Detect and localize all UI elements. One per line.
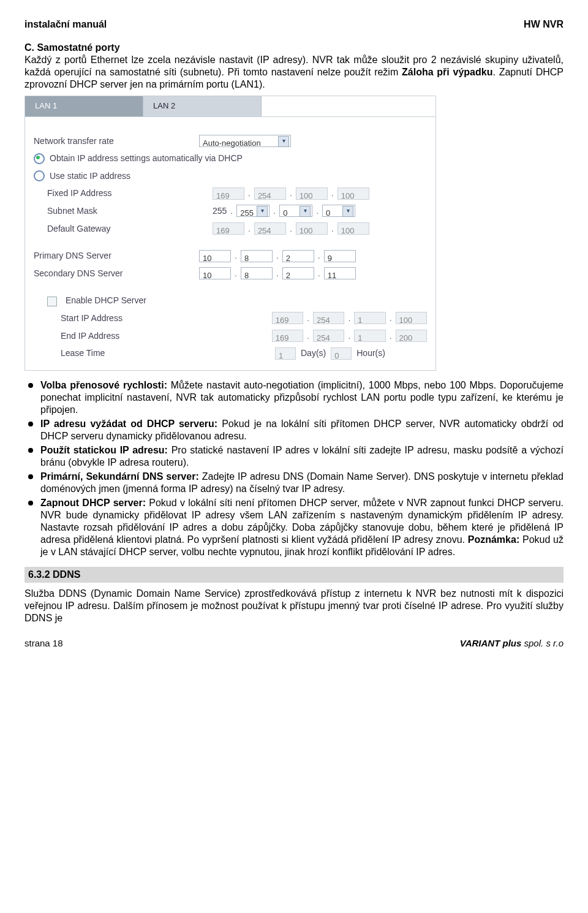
section-c-text-bold: Záloha při výpadku bbox=[402, 67, 492, 77]
chevron-down-icon: ▾ bbox=[300, 206, 311, 217]
subnet-0: 255 bbox=[213, 203, 227, 219]
start-ip-2[interactable]: 1 bbox=[354, 312, 385, 324]
tab-lan1[interactable]: LAN 1 bbox=[25, 96, 143, 116]
end-ip-1[interactable]: 254 bbox=[313, 330, 344, 342]
bullet-static-ip: Použít statickou IP adresu: Pro statické… bbox=[24, 444, 564, 469]
fixed-ip-2[interactable]: 100 bbox=[296, 188, 328, 200]
gateway-0[interactable]: 169 bbox=[213, 222, 244, 235]
gateway-label: Default Gateway bbox=[34, 221, 213, 237]
gateway-3[interactable]: 100 bbox=[337, 222, 369, 235]
bullet-dns: Primární, Sekundární DNS server: Zadejte… bbox=[24, 471, 564, 495]
start-ip-0[interactable]: 169 bbox=[272, 312, 303, 324]
fixed-ip-0[interactable]: 169 bbox=[213, 188, 244, 200]
radio-static-label: Use static IP address bbox=[50, 168, 130, 184]
section-c-title: C. Samostatné porty bbox=[24, 42, 564, 54]
end-ip-3[interactable]: 200 bbox=[396, 330, 427, 342]
pdns-0[interactable]: 10 bbox=[199, 250, 231, 262]
pdns-label: Primary DNS Server bbox=[34, 248, 199, 264]
header-left: instalační manuál bbox=[24, 18, 107, 31]
gateway-2[interactable]: 100 bbox=[296, 222, 328, 235]
fixed-ip-3[interactable]: 100 bbox=[337, 188, 369, 200]
radio-static[interactable] bbox=[34, 170, 45, 181]
footer-page: strana 18 bbox=[24, 638, 63, 650]
end-ip-0[interactable]: 169 bbox=[272, 330, 303, 342]
sdns-3[interactable]: 11 bbox=[324, 267, 356, 279]
start-ip-3[interactable]: 100 bbox=[396, 312, 427, 324]
gateway-1[interactable]: 254 bbox=[254, 222, 286, 235]
page-header: instalační manuál HW NVR bbox=[24, 18, 564, 31]
footer-company: VARIANT plus spol. s r.o bbox=[460, 638, 564, 650]
ddns-text: Služba DDNS (Dynamic Domain Name Service… bbox=[24, 588, 564, 624]
chevron-down-icon: ▾ bbox=[278, 136, 289, 147]
lease-days[interactable]: 1 bbox=[275, 347, 296, 360]
start-ip-label: Start IP Address bbox=[34, 310, 224, 327]
sdns-2[interactable]: 2 bbox=[282, 267, 314, 279]
sdns-0[interactable]: 10 bbox=[199, 267, 231, 279]
enable-dhcp-label: Enable DHCP Server bbox=[66, 295, 146, 305]
subnet-1-select[interactable]: 255▾ bbox=[236, 205, 270, 217]
enable-dhcp-checkbox[interactable] bbox=[47, 297, 57, 306]
fixed-ip-1[interactable]: 254 bbox=[254, 188, 286, 200]
transfer-rate-select[interactable]: Auto-negotiation ▾ bbox=[199, 135, 291, 147]
fixed-ip-label: Fixed IP Address bbox=[34, 185, 213, 202]
chevron-down-icon: ▾ bbox=[342, 206, 353, 217]
transfer-rate-label: Network transfer rate bbox=[34, 133, 199, 150]
bullet-transfer-rate: Volba přenosové rychlosti: Můžete nastav… bbox=[24, 379, 564, 416]
sdns-label: Secondary DNS Server bbox=[34, 265, 199, 282]
subnet-label: Subnet Mask bbox=[34, 203, 213, 219]
chevron-down-icon: ▾ bbox=[257, 206, 268, 217]
lan-tabs: LAN 1 LAN 2 bbox=[25, 96, 435, 117]
end-ip-2[interactable]: 1 bbox=[354, 330, 385, 342]
lease-days-unit: Day(s) bbox=[296, 345, 331, 362]
sdns-1[interactable]: 8 bbox=[241, 267, 273, 279]
radio-dhcp[interactable] bbox=[34, 153, 45, 164]
pdns-2[interactable]: 2 bbox=[282, 250, 314, 262]
lease-hours[interactable]: 0 bbox=[331, 347, 352, 360]
transfer-rate-value: Auto-negotiation bbox=[203, 138, 261, 148]
pdns-3[interactable]: 9 bbox=[324, 250, 356, 262]
ddns-heading: 6.3.2 DDNS bbox=[24, 567, 564, 583]
header-right: HW NVR bbox=[524, 18, 564, 31]
lan-config-panel: LAN 1 LAN 2 Network transfer rate Auto-n… bbox=[24, 96, 436, 371]
bullet-dhcp-client: IP adresu vyžádat od DHCP serveru: Pokud… bbox=[24, 418, 564, 442]
end-ip-label: End IP Address bbox=[34, 328, 224, 344]
page-footer: strana 18 VARIANT plus spol. s r.o bbox=[24, 638, 564, 650]
lease-label: Lease Time bbox=[34, 345, 226, 362]
radio-dhcp-label: Obtain IP address settings automatically… bbox=[50, 150, 243, 167]
lease-hours-unit: Hour(s) bbox=[352, 345, 390, 362]
start-ip-1[interactable]: 254 bbox=[313, 312, 344, 324]
section-c-paragraph: Každý z portů Ethernet lze zcela nezávis… bbox=[24, 54, 564, 91]
subnet-3-select[interactable]: 0▾ bbox=[322, 205, 355, 217]
bullet-dhcp-server: Zapnout DHCP server: Pokud v lokální sít… bbox=[24, 497, 564, 558]
feature-bullet-list: Volba přenosové rychlosti: Můžete nastav… bbox=[24, 379, 564, 558]
subnet-2-select[interactable]: 0▾ bbox=[279, 205, 312, 217]
pdns-1[interactable]: 8 bbox=[241, 250, 273, 262]
tab-lan2[interactable]: LAN 2 bbox=[143, 96, 262, 116]
